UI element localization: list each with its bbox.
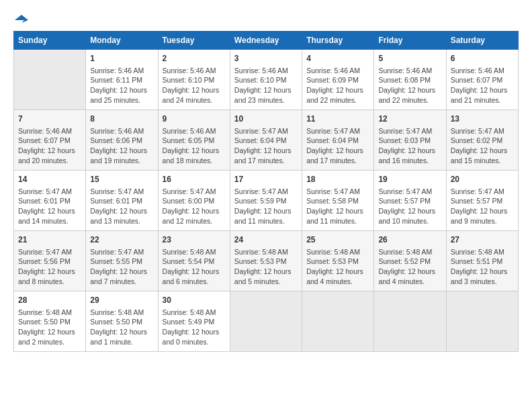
day-info: Sunrise: 5:46 AM Sunset: 6:07 PM Dayligh… xyxy=(451,66,514,105)
day-number: 9 xyxy=(163,113,226,125)
day-number: 4 xyxy=(306,53,369,64)
calendar-cell: 10Sunrise: 5:47 AM Sunset: 6:04 PM Dayli… xyxy=(230,110,302,171)
day-number: 26 xyxy=(378,234,441,246)
calendar-header-row: SundayMondayTuesdayWednesdayThursdayFrid… xyxy=(14,32,519,50)
day-number: 1 xyxy=(90,53,153,64)
day-number: 27 xyxy=(451,234,514,246)
calendar-cell: 21Sunrise: 5:47 AM Sunset: 5:56 PM Dayli… xyxy=(14,231,86,291)
day-info: Sunrise: 5:47 AM Sunset: 5:57 PM Dayligh… xyxy=(378,187,441,226)
day-info: Sunrise: 5:46 AM Sunset: 6:10 PM Dayligh… xyxy=(163,66,226,105)
day-info: Sunrise: 5:47 AM Sunset: 5:55 PM Dayligh… xyxy=(90,247,153,287)
header-monday: Monday xyxy=(86,32,158,50)
calendar-cell xyxy=(14,50,86,110)
day-number: 22 xyxy=(90,234,153,246)
calendar-cell: 4Sunrise: 5:46 AM Sunset: 6:09 PM Daylig… xyxy=(302,50,374,110)
calendar-cell: 19Sunrise: 5:47 AM Sunset: 5:57 PM Dayli… xyxy=(374,171,446,231)
calendar-cell: 5Sunrise: 5:46 AM Sunset: 6:08 PM Daylig… xyxy=(374,50,446,110)
header-saturday: Saturday xyxy=(446,32,518,50)
day-info: Sunrise: 5:47 AM Sunset: 5:58 PM Dayligh… xyxy=(306,187,369,226)
logo-bird-icon xyxy=(15,13,28,27)
day-number: 13 xyxy=(451,113,514,125)
day-number: 10 xyxy=(234,113,298,125)
day-info: Sunrise: 5:47 AM Sunset: 6:01 PM Dayligh… xyxy=(90,187,153,226)
calendar-cell: 20Sunrise: 5:47 AM Sunset: 5:57 PM Dayli… xyxy=(446,171,518,231)
day-number: 24 xyxy=(234,234,298,246)
day-number: 14 xyxy=(18,174,81,185)
day-number: 19 xyxy=(378,174,441,185)
calendar-cell: 23Sunrise: 5:48 AM Sunset: 5:54 PM Dayli… xyxy=(158,231,230,291)
calendar-week-row: 7Sunrise: 5:46 AM Sunset: 6:07 PM Daylig… xyxy=(14,110,519,171)
calendar-cell: 16Sunrise: 5:47 AM Sunset: 6:00 PM Dayli… xyxy=(158,171,230,231)
header-thursday: Thursday xyxy=(302,32,374,50)
calendar-cell: 12Sunrise: 5:47 AM Sunset: 6:03 PM Dayli… xyxy=(374,110,446,171)
day-number: 3 xyxy=(234,53,298,64)
day-info: Sunrise: 5:48 AM Sunset: 5:53 PM Dayligh… xyxy=(234,247,298,287)
day-info: Sunrise: 5:48 AM Sunset: 5:52 PM Dayligh… xyxy=(378,247,441,287)
calendar-cell: 29Sunrise: 5:48 AM Sunset: 5:50 PM Dayli… xyxy=(86,291,158,352)
calendar-cell: 3Sunrise: 5:46 AM Sunset: 6:10 PM Daylig… xyxy=(230,50,302,110)
day-info: Sunrise: 5:46 AM Sunset: 6:07 PM Dayligh… xyxy=(18,126,81,166)
day-info: Sunrise: 5:47 AM Sunset: 6:01 PM Dayligh… xyxy=(18,187,81,226)
day-number: 11 xyxy=(306,113,369,125)
calendar-cell xyxy=(302,291,374,352)
day-info: Sunrise: 5:46 AM Sunset: 6:08 PM Dayligh… xyxy=(378,66,441,105)
day-number: 17 xyxy=(234,174,298,185)
calendar-week-row: 21Sunrise: 5:47 AM Sunset: 5:56 PM Dayli… xyxy=(14,231,519,291)
calendar-cell: 18Sunrise: 5:47 AM Sunset: 5:58 PM Dayli… xyxy=(302,171,374,231)
calendar-cell: 17Sunrise: 5:47 AM Sunset: 5:59 PM Dayli… xyxy=(230,171,302,231)
calendar-cell: 9Sunrise: 5:46 AM Sunset: 6:05 PM Daylig… xyxy=(158,110,230,171)
day-info: Sunrise: 5:47 AM Sunset: 6:04 PM Dayligh… xyxy=(306,126,369,166)
calendar-cell: 26Sunrise: 5:48 AM Sunset: 5:52 PM Dayli… xyxy=(374,231,446,291)
calendar-cell: 8Sunrise: 5:46 AM Sunset: 6:06 PM Daylig… xyxy=(86,110,158,171)
day-info: Sunrise: 5:47 AM Sunset: 6:04 PM Dayligh… xyxy=(234,126,298,166)
calendar-table: SundayMondayTuesdayWednesdayThursdayFrid… xyxy=(13,31,519,352)
header-sunday: Sunday xyxy=(14,32,86,50)
day-number: 5 xyxy=(378,53,441,64)
calendar-cell: 1Sunrise: 5:46 AM Sunset: 6:11 PM Daylig… xyxy=(86,50,158,110)
day-number: 2 xyxy=(163,53,226,64)
calendar-cell: 15Sunrise: 5:47 AM Sunset: 6:01 PM Dayli… xyxy=(86,171,158,231)
day-number: 20 xyxy=(451,174,514,185)
calendar-week-row: 28Sunrise: 5:48 AM Sunset: 5:50 PM Dayli… xyxy=(14,291,519,352)
day-info: Sunrise: 5:47 AM Sunset: 6:03 PM Dayligh… xyxy=(378,126,441,166)
day-number: 6 xyxy=(451,53,514,64)
day-number: 15 xyxy=(90,174,153,185)
calendar-cell: 7Sunrise: 5:46 AM Sunset: 6:07 PM Daylig… xyxy=(14,110,86,171)
calendar-cell: 13Sunrise: 5:47 AM Sunset: 6:02 PM Dayli… xyxy=(446,110,518,171)
day-info: Sunrise: 5:47 AM Sunset: 5:56 PM Dayligh… xyxy=(18,247,81,287)
calendar-cell xyxy=(230,291,302,352)
calendar-cell: 25Sunrise: 5:48 AM Sunset: 5:53 PM Dayli… xyxy=(302,231,374,291)
header-tuesday: Tuesday xyxy=(158,32,230,50)
day-info: Sunrise: 5:48 AM Sunset: 5:51 PM Dayligh… xyxy=(451,247,514,287)
day-number: 25 xyxy=(306,234,369,246)
calendar-week-row: 1Sunrise: 5:46 AM Sunset: 6:11 PM Daylig… xyxy=(14,50,519,110)
day-number: 23 xyxy=(163,234,226,246)
day-info: Sunrise: 5:46 AM Sunset: 6:06 PM Dayligh… xyxy=(90,126,153,166)
calendar-week-row: 14Sunrise: 5:47 AM Sunset: 6:01 PM Dayli… xyxy=(14,171,519,231)
calendar-cell: 28Sunrise: 5:48 AM Sunset: 5:50 PM Dayli… xyxy=(14,291,86,352)
calendar-cell: 6Sunrise: 5:46 AM Sunset: 6:07 PM Daylig… xyxy=(446,50,518,110)
day-number: 8 xyxy=(90,113,153,125)
calendar-cell: 22Sunrise: 5:47 AM Sunset: 5:55 PM Dayli… xyxy=(86,231,158,291)
day-number: 18 xyxy=(306,174,369,185)
header-friday: Friday xyxy=(374,32,446,50)
calendar-cell: 2Sunrise: 5:46 AM Sunset: 6:10 PM Daylig… xyxy=(158,50,230,110)
day-number: 21 xyxy=(18,234,81,246)
day-info: Sunrise: 5:48 AM Sunset: 5:50 PM Dayligh… xyxy=(90,308,153,347)
day-number: 7 xyxy=(18,113,81,125)
day-number: 28 xyxy=(18,295,81,306)
day-info: Sunrise: 5:47 AM Sunset: 5:57 PM Dayligh… xyxy=(451,187,514,226)
day-info: Sunrise: 5:47 AM Sunset: 5:59 PM Dayligh… xyxy=(234,187,298,226)
day-number: 16 xyxy=(163,174,226,185)
day-info: Sunrise: 5:46 AM Sunset: 6:05 PM Dayligh… xyxy=(163,126,226,166)
day-info: Sunrise: 5:46 AM Sunset: 6:10 PM Dayligh… xyxy=(234,66,298,105)
day-info: Sunrise: 5:48 AM Sunset: 5:50 PM Dayligh… xyxy=(18,308,81,347)
day-info: Sunrise: 5:47 AM Sunset: 6:00 PM Dayligh… xyxy=(163,187,226,226)
calendar-cell: 11Sunrise: 5:47 AM Sunset: 6:04 PM Dayli… xyxy=(302,110,374,171)
day-number: 29 xyxy=(90,295,153,306)
calendar-cell: 24Sunrise: 5:48 AM Sunset: 5:53 PM Dayli… xyxy=(230,231,302,291)
day-info: Sunrise: 5:48 AM Sunset: 5:54 PM Dayligh… xyxy=(163,247,226,287)
calendar-cell xyxy=(446,291,518,352)
day-info: Sunrise: 5:47 AM Sunset: 6:02 PM Dayligh… xyxy=(451,126,514,166)
logo xyxy=(13,13,28,24)
